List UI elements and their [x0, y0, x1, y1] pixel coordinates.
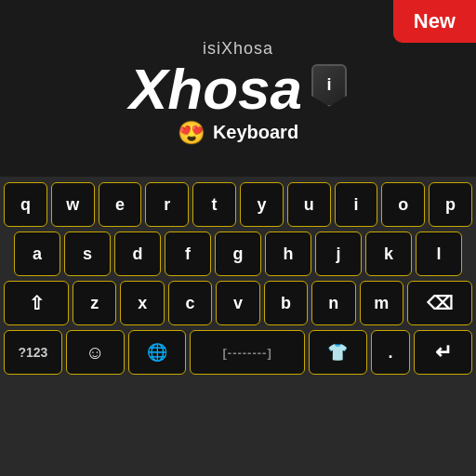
key-row-4: ?123 ☺ 🌐 [--------] 👕 . ↵ — [4, 330, 472, 375]
enter-key[interactable]: ↵ — [414, 330, 472, 375]
key-r[interactable]: r — [145, 182, 189, 227]
emoji-icon: 😍 — [178, 120, 205, 146]
shift-key[interactable]: ⇧ — [4, 281, 69, 325]
space-key[interactable]: [--------] — [190, 330, 305, 375]
key-u[interactable]: u — [287, 182, 331, 227]
new-badge-text: New — [414, 9, 456, 33]
key-q[interactable]: q — [4, 182, 47, 227]
backspace-key[interactable]: ⌫ — [407, 281, 472, 325]
key-w[interactable]: w — [51, 182, 95, 227]
key-t[interactable]: t — [192, 182, 236, 227]
key-j[interactable]: j — [315, 231, 362, 276]
key-p[interactable]: p — [429, 182, 472, 227]
emoji-key[interactable]: ☺ — [66, 330, 125, 375]
key-e[interactable]: e — [99, 182, 142, 227]
key-b[interactable]: b — [264, 281, 308, 325]
symbol-key[interactable]: ?123 — [4, 330, 62, 375]
app-title: Xhosa — [129, 60, 302, 118]
key-g[interactable]: g — [215, 231, 261, 276]
shirt-key[interactable]: 👕 — [309, 330, 367, 375]
key-d[interactable]: d — [114, 231, 161, 276]
key-row-3: ⇧ z x c v b n m ⌫ — [4, 281, 472, 325]
subtitle-row: 😍 Keyboard — [178, 120, 298, 146]
key-h[interactable]: h — [265, 231, 311, 276]
title-row: Xhosa i — [129, 60, 347, 118]
key-x[interactable]: x — [120, 281, 164, 325]
key-n[interactable]: n — [311, 281, 355, 325]
key-c[interactable]: c — [168, 281, 212, 325]
key-o[interactable]: o — [381, 182, 425, 227]
key-m[interactable]: m — [360, 281, 403, 325]
info-letter: i — [327, 75, 332, 95]
keyboard-container: q w e r t y u i o p a s d f g h j k l ⇧ … — [0, 177, 476, 476]
key-a[interactable]: a — [14, 231, 60, 276]
keyboard-label: Keyboard — [213, 122, 298, 143]
key-z[interactable]: z — [73, 281, 116, 325]
key-v[interactable]: v — [216, 281, 259, 325]
language-label: isiXhosa — [203, 39, 273, 59]
key-y[interactable]: y — [240, 182, 284, 227]
key-i[interactable]: i — [335, 182, 378, 227]
key-row-2: a s d f g h j k l — [4, 231, 472, 276]
info-icon[interactable]: i — [311, 64, 347, 107]
dot-key[interactable]: . — [371, 330, 411, 375]
key-k[interactable]: k — [365, 231, 412, 276]
app-container: New isiXhosa Xhosa i 😍 Keyboard q w e r … — [0, 0, 476, 476]
new-badge: New — [393, 0, 476, 43]
key-l[interactable]: l — [416, 231, 462, 276]
globe-key[interactable]: 🌐 — [128, 330, 187, 375]
key-s[interactable]: s — [64, 231, 111, 276]
key-row-1: q w e r t y u i o p — [4, 182, 472, 227]
key-f[interactable]: f — [165, 231, 211, 276]
